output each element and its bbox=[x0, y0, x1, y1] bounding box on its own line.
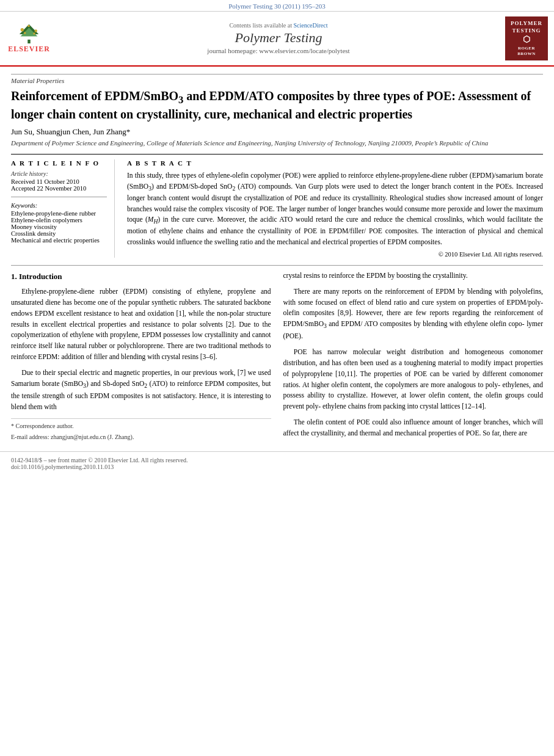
journal-header: ELSEVIER Contents lists available at Sci… bbox=[0, 12, 554, 67]
polymer-testing-badge: POLYMER TESTING ⬡ ROGER BROWN bbox=[505, 16, 548, 60]
bottom-bar: 0142-9418/$ – see front matter © 2010 El… bbox=[0, 451, 554, 473]
right-para3: POE has narrow molecular weight distribu… bbox=[283, 347, 544, 412]
right-para2: There are many reports on the reinforcem… bbox=[283, 286, 544, 342]
divider bbox=[11, 197, 107, 197]
received-date: Received 11 October 2010 bbox=[11, 178, 107, 185]
abstract-heading: A B S T R A C T bbox=[127, 159, 543, 167]
body-divider bbox=[11, 265, 543, 266]
elsevier-logo: ELSEVIER bbox=[6, 23, 52, 54]
article-info-heading: A R T I C L E I N F O bbox=[11, 159, 107, 167]
history-label: Article history: bbox=[11, 170, 107, 177]
copyright: © 2010 Elsevier Ltd. All rights reserved… bbox=[127, 251, 543, 258]
keywords-section: Keywords: Ethylene-propylene-diene rubbe… bbox=[11, 202, 107, 244]
article-info: A R T I C L E I N F O Article history: R… bbox=[11, 159, 115, 258]
main-content: Material Properties Reinforcement of EPD… bbox=[0, 67, 554, 451]
svg-point-6 bbox=[24, 32, 26, 34]
svg-point-7 bbox=[33, 32, 35, 35]
right-para1: crystal resins to reinforce the EPDM by … bbox=[283, 271, 544, 282]
svg-point-3 bbox=[21, 28, 24, 31]
abstract-section: A B S T R A C T In this study, three typ… bbox=[127, 159, 543, 258]
footnote-email: E-mail address: zhangjun@njut.edu.cn (J.… bbox=[11, 432, 271, 442]
body-right-col: crystal resins to reinforce the EPDM by … bbox=[283, 271, 544, 444]
keyword-1: Ethylene-propylene-diene rubber bbox=[11, 210, 107, 217]
journal-center-header: Contents lists available at ScienceDirec… bbox=[52, 22, 505, 54]
affiliation: Department of Polymer Science and Engine… bbox=[11, 139, 543, 147]
journal-citation: Polymer Testing 30 (2011) 195–203 bbox=[0, 0, 554, 12]
journal-homepage: journal homepage: www.elsevier.com/locat… bbox=[52, 47, 505, 54]
footnotes: * Correspondence author. E-mail address:… bbox=[11, 418, 271, 442]
journal-title: Polymer Testing bbox=[52, 30, 505, 46]
body-columns: 1. Introduction Ethylene-propylene-diene… bbox=[11, 271, 543, 444]
svg-point-5 bbox=[27, 25, 30, 27]
intro-para1: Ethylene-propylene-diene rubber (EPDM) c… bbox=[11, 286, 271, 363]
keywords-label: Keywords: bbox=[11, 202, 107, 209]
badge-icon: ⬡ bbox=[510, 34, 543, 45]
footnote-asterisk: * Correspondence author. bbox=[11, 421, 271, 431]
article-info-abstract-section: A R T I C L E I N F O Article history: R… bbox=[11, 154, 543, 258]
accepted-date: Accepted 22 November 2010 bbox=[11, 185, 107, 192]
article-history: Article history: Received 11 October 201… bbox=[11, 170, 107, 192]
body-left-col: 1. Introduction Ethylene-propylene-diene… bbox=[11, 271, 271, 444]
keyword-5: Mechanical and electric properties bbox=[11, 237, 107, 244]
svg-rect-0 bbox=[27, 40, 30, 43]
intro-heading: 1. Introduction bbox=[11, 271, 271, 283]
authors: Jun Su, Shuangjun Chen, Jun Zhang* bbox=[11, 127, 543, 137]
keyword-2: Ethylene-olefin copolymers bbox=[11, 217, 107, 224]
right-para4: The olefin content of POE could also inf… bbox=[283, 417, 544, 439]
bottom-text1: 0142-9418/$ – see front matter © 2010 El… bbox=[11, 457, 543, 463]
sciencedirect-link[interactable]: ScienceDirect bbox=[293, 22, 327, 29]
sciencedirect-line: Contents lists available at ScienceDirec… bbox=[52, 22, 505, 29]
keyword-3: Mooney viscosity bbox=[11, 224, 107, 230]
intro-para2: Due to their special electric and magnet… bbox=[11, 368, 271, 413]
svg-point-4 bbox=[34, 29, 37, 32]
badge-line1: POLYMER bbox=[510, 20, 543, 27]
section-label: Material Properties bbox=[11, 74, 543, 84]
badge-line2: TESTING bbox=[510, 27, 543, 35]
keyword-4: Crosslink density bbox=[11, 230, 107, 237]
elsevier-wordmark: ELSEVIER bbox=[8, 45, 50, 54]
paper-title: Reinforcement of EPDM/SmBO3 and EPDM/ATO… bbox=[11, 88, 543, 123]
bottom-text2: doi:10.1016/j.polymertesting.2010.11.013 bbox=[11, 463, 543, 470]
abstract-text: In this study, three types of ethylene-o… bbox=[127, 170, 543, 247]
